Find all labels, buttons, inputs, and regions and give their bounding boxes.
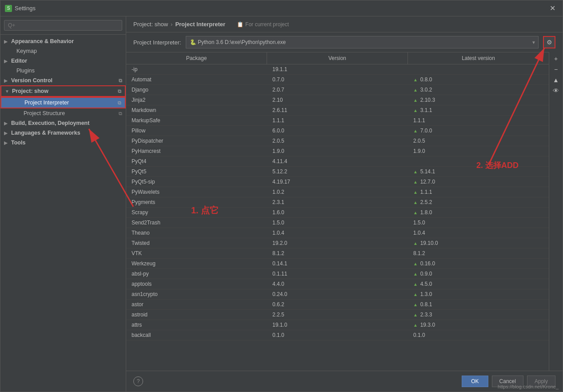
expand-arrow: ▶ — [4, 78, 9, 83]
table-row[interactable]: apptools4.4.0▲ 4.5.0 — [126, 279, 549, 289]
table-row[interactable]: Werkzeug0.14.1▲ 0.16.0 — [126, 259, 549, 269]
right-panel: Project: show › Project Interpreter 📋 Fo… — [126, 16, 563, 392]
package-version: 8.1.2 — [267, 248, 408, 258]
package-latest: ▲ 7.0.0 — [408, 126, 549, 136]
package-version: 5.12.2 — [267, 167, 408, 176]
sidebar-item-plugins[interactable]: Plugins — [0, 66, 126, 76]
package-latest: ▲ 1.3.0 — [408, 289, 549, 299]
col-header-package: Package — [126, 52, 267, 64]
package-version: 0.24.0 — [267, 289, 408, 299]
table-row[interactable]: Twisted19.2.0▲ 19.10.0 — [126, 238, 549, 248]
breadcrumb-tag-icon: 📋 — [237, 21, 244, 28]
expand-arrow: ▼ — [5, 89, 10, 94]
package-name: PyQt4 — [126, 156, 267, 166]
table-row[interactable]: Theano1.0.41.0.4 — [126, 228, 549, 238]
ok-button[interactable]: OK — [462, 376, 488, 387]
table-row[interactable]: Markdown2.6.11▲ 3.1.1 — [126, 105, 549, 116]
sidebar-item-keymap[interactable]: Keymap — [0, 46, 126, 56]
package-latest: ▲ 1.1.1 — [408, 187, 549, 197]
sidebar-item-project-show[interactable]: ▼ Project: show ⧉ — [0, 85, 126, 97]
package-version: 2.0.5 — [267, 136, 408, 146]
breadcrumb-separator: › — [171, 21, 172, 28]
search-box — [0, 16, 126, 35]
table-row[interactable]: Django2.0.7▲ 3.0.2 — [126, 85, 549, 95]
interpreter-select[interactable]: 🐍 Python 3.6 D:\exe\Python\python.exe — [186, 36, 539, 48]
remove-package-button[interactable]: − — [551, 64, 561, 74]
help-button[interactable]: ? — [133, 376, 143, 386]
table-row[interactable]: -ip19.1.1 — [126, 64, 549, 75]
table-row[interactable]: Automat0.7.0▲ 0.8.0 — [126, 75, 549, 85]
package-name: -ip — [126, 64, 267, 74]
package-latest: ▲ 2.10.3 — [408, 95, 549, 105]
package-version: 19.1.0 — [267, 320, 408, 330]
sidebar-item-project-structure[interactable]: Project Structure ⧉ — [0, 108, 126, 118]
package-version: 1.9.0 — [267, 146, 408, 156]
package-version: 0.14.1 — [267, 259, 408, 268]
package-name: attrs — [126, 320, 267, 330]
package-name: Markdown — [126, 105, 267, 115]
main-content: ▶ Appearance & Behavior Keymap ▶ Editor … — [0, 16, 563, 392]
package-version: 4.19.17 — [267, 177, 408, 187]
table-row[interactable]: Pillow6.0.0▲ 7.0.0 — [126, 126, 549, 136]
table-row[interactable]: asn1crypto0.24.0▲ 1.3.0 — [126, 289, 549, 300]
breadcrumb-current: Project Interpreter — [175, 21, 225, 28]
package-version: 0.1.11 — [267, 269, 408, 279]
table-row[interactable]: PyWavelets1.0.2▲ 1.1.1 — [126, 187, 549, 197]
eye-button[interactable]: 👁 — [551, 86, 561, 96]
table-row[interactable]: Pygments2.3.1▲ 2.5.2 — [126, 197, 549, 208]
close-button[interactable]: ✕ — [547, 3, 558, 13]
package-latest: ▲ 0.8.1 — [408, 300, 549, 309]
package-latest — [408, 156, 549, 166]
table-row[interactable]: PyQt44.11.4 — [126, 156, 549, 167]
package-version: 1.0.2 — [267, 187, 408, 197]
sidebar-item-languages[interactable]: ▶ Languages & Frameworks — [0, 128, 126, 138]
package-latest: ▲ 5.14.1 — [408, 167, 549, 176]
expand-arrow: ▶ — [4, 39, 9, 44]
sidebar-item-build[interactable]: ▶ Build, Execution, Deployment — [0, 118, 126, 128]
sidebar-label-tools: Tools — [11, 140, 25, 146]
package-name: PyQt5 — [126, 167, 267, 176]
table-row[interactable]: PyDispatcher2.0.52.0.5 — [126, 136, 549, 146]
sidebar-item-appearance[interactable]: ▶ Appearance & Behavior — [0, 36, 126, 46]
table-row[interactable]: Send2Trash1.5.01.5.0 — [126, 218, 549, 228]
table-row[interactable]: astroid2.2.5▲ 2.3.3 — [126, 310, 549, 320]
sidebar-item-project-interpreter[interactable]: Project Interpreter ⧉ — [0, 97, 126, 108]
package-name: astroid — [126, 310, 267, 320]
title-bar: S Settings ✕ — [0, 0, 563, 16]
version-control-icon: ⧉ — [119, 78, 122, 84]
gear-button[interactable]: ⚙ — [543, 36, 555, 48]
package-version: 4.4.0 — [267, 279, 408, 289]
table-row[interactable]: MarkupSafe1.1.11.1.1 — [126, 116, 549, 126]
table-row[interactable]: PyHamcrest1.9.01.9.0 — [126, 146, 549, 156]
package-version: 1.6.0 — [267, 208, 408, 217]
sidebar-item-version-control[interactable]: ▶ Version Control ⧉ — [0, 76, 126, 85]
table-scroll-area: Package Version Latest version -ip19.1.1… — [126, 52, 563, 371]
table-row[interactable]: PyQt55.12.2▲ 5.14.1 — [126, 167, 549, 177]
sidebar-label-version-control: Version Control — [11, 77, 52, 84]
package-latest: ▲ 2.3.3 — [408, 310, 549, 320]
settings-window: S Settings ✕ ▶ Appearance & Behavior — [0, 0, 563, 392]
table-header: Package Version Latest version — [126, 52, 549, 64]
package-name: Send2Trash — [126, 218, 267, 228]
upgrade-package-button[interactable]: ▲ — [551, 75, 561, 85]
package-version: 2.10 — [267, 95, 408, 105]
table-row[interactable]: astor0.6.2▲ 0.8.1 — [126, 300, 549, 310]
table-row[interactable]: Jinja22.10▲ 2.10.3 — [126, 95, 549, 105]
breadcrumb-tag: 📋 For current project — [237, 21, 289, 28]
table-row[interactable]: PyQt5-sip4.19.17▲ 12.7.0 — [126, 177, 549, 187]
breadcrumb-parent: Project: show — [133, 21, 168, 28]
sidebar-item-tools[interactable]: ▶ Tools — [0, 138, 126, 148]
table-row[interactable]: absl-py0.1.11▲ 0.9.0 — [126, 269, 549, 279]
add-package-button[interactable]: + — [551, 54, 561, 64]
table-row[interactable]: backcall0.1.00.1.0 — [126, 330, 549, 340]
sidebar-item-editor[interactable]: ▶ Editor — [0, 56, 126, 66]
package-name: PyWavelets — [126, 187, 267, 197]
sidebar-label-editor: Editor — [11, 58, 27, 64]
table-row[interactable]: attrs19.1.0▲ 19.3.0 — [126, 320, 549, 330]
search-input[interactable] — [4, 20, 122, 31]
package-version: 1.5.0 — [267, 218, 408, 228]
table-row[interactable]: Scrapy1.6.0▲ 1.8.0 — [126, 208, 549, 218]
sidebar-label-languages: Languages & Frameworks — [11, 130, 80, 136]
package-name: Twisted — [126, 238, 267, 248]
table-row[interactable]: VTK8.1.28.1.2 — [126, 248, 549, 259]
